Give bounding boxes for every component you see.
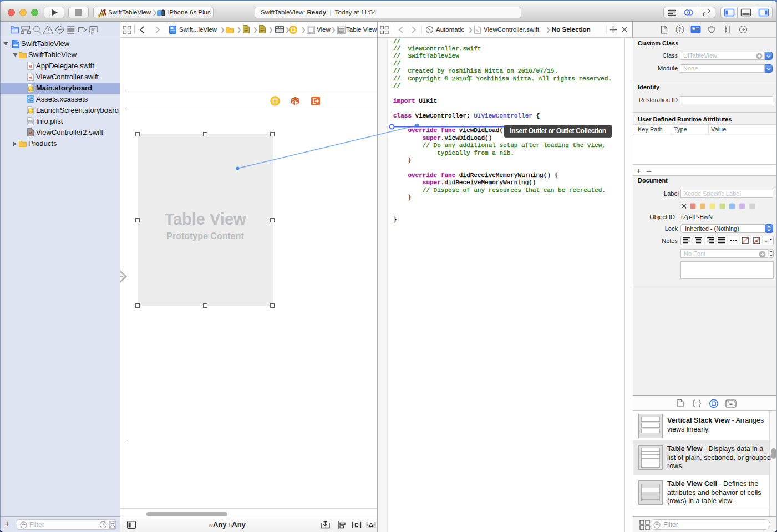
svg-text:?: ? xyxy=(678,27,682,33)
svg-text:...: ... xyxy=(765,238,769,243)
